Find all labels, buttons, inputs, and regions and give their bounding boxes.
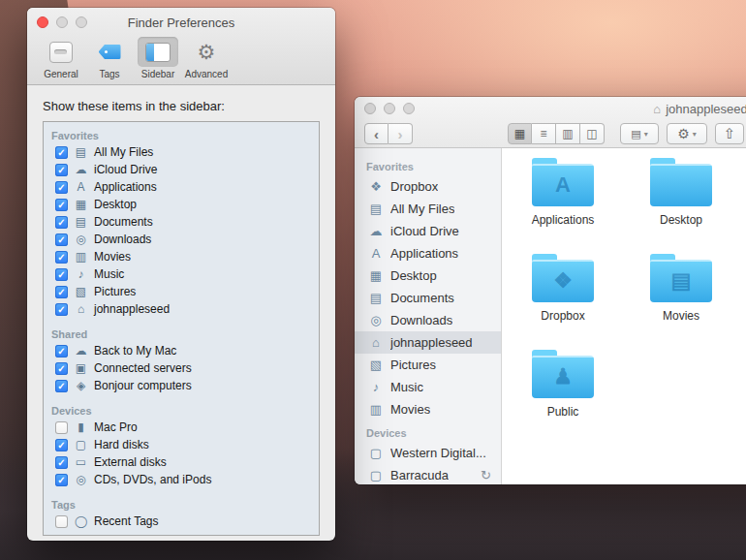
pref-item-johnappleseed: ✓⌂johnappleseed — [44, 300, 319, 318]
server-icon: ▣ — [74, 361, 88, 375]
pref-item-cds-dvds-and-ipods: ✓◎CDs, DVDs, and iPods — [44, 471, 319, 488]
sidebar-item-johnappleseed[interactable]: ⌂johnappleseed — [355, 331, 501, 354]
action-menu-button[interactable]: ⚙▾ — [667, 123, 707, 144]
prefs-titlebar[interactable]: Finder Preferences — [27, 8, 335, 37]
view-button-coverflow-view[interactable]: ◫ — [580, 123, 605, 144]
sidebar-item-downloads[interactable]: ◎Downloads — [355, 309, 501, 331]
checkbox-icloud-drive[interactable]: ✓ — [55, 164, 68, 176]
prefs-body: Show these items in the sidebar: Favorit… — [27, 85, 335, 536]
folder-public[interactable]: ♟Public — [504, 346, 622, 419]
checkbox-music[interactable]: ✓ — [55, 268, 68, 281]
checkbox-recent-tags[interactable] — [55, 515, 68, 528]
checkbox-connected-servers[interactable]: ✓ — [55, 362, 68, 375]
applications-icon: A — [74, 180, 88, 194]
section-header-shared: Shared — [44, 327, 319, 342]
folder-desktop[interactable]: Desktop — [622, 154, 740, 227]
sidebar-item-western-digital[interactable]: ▢Western Digital... — [355, 442, 501, 464]
finder-window-title: johnappleseed — [666, 102, 746, 116]
checkbox-mac-pro[interactable] — [55, 421, 68, 434]
checkbox-johnappleseed[interactable]: ✓ — [55, 303, 68, 316]
external-disk-icon: ▭ — [74, 455, 88, 469]
zoom-button[interactable] — [76, 16, 87, 28]
checkbox-pictures[interactable]: ✓ — [55, 286, 68, 298]
sidebar-item-documents[interactable]: ▤Documents — [355, 287, 501, 309]
folder-dropbox[interactable]: ❖Dropbox — [504, 250, 622, 323]
pref-item-recent-tags: ◯Recent Tags — [44, 513, 319, 530]
checkbox-back-to-my-mac[interactable]: ✓ — [55, 345, 68, 358]
sidebar-item-label: johnappleseed — [390, 335, 473, 350]
prefs-tab-sidebar[interactable]: Sidebar — [136, 37, 180, 79]
sidebar-item-all-my-files[interactable]: ▤All My Files — [355, 198, 501, 220]
folder-icon: ♟ — [532, 356, 594, 398]
person-emblem: ♟ — [553, 364, 573, 389]
pref-item-label: Movies — [94, 250, 131, 264]
checkbox-hard-disks[interactable]: ✓ — [55, 439, 68, 451]
prefs-tab-tags[interactable]: Tags — [87, 37, 132, 79]
checkbox-desktop[interactable]: ✓ — [55, 199, 68, 211]
sidebar-item-label: Downloads — [390, 313, 452, 327]
checkbox-movies[interactable]: ✓ — [55, 251, 68, 264]
sidebar-items-heading: Show these items in the sidebar: — [43, 99, 320, 113]
sidebar-item-label: Documents — [390, 291, 454, 305]
pref-item-label: iCloud Drive — [94, 163, 157, 176]
sidebar-item-applications[interactable]: AApplications — [355, 242, 501, 264]
checkbox-external-disks[interactable]: ✓ — [55, 456, 68, 469]
sidebar-item-barracuda[interactable]: ▢Barracuda↻ — [355, 464, 501, 484]
finder-window-chrome: ⌂ johnappleseed ‹›▦≡▥◫▤▾⚙▾⇧ — [355, 97, 746, 148]
sync-icon: ↻ — [481, 468, 491, 482]
checkbox-downloads[interactable]: ✓ — [55, 233, 68, 246]
checkbox-cds-dvds-and-ipods[interactable]: ✓ — [55, 474, 68, 486]
pref-item-label: Downloads — [94, 233, 151, 246]
sidebar-item-dropbox[interactable]: ❖Dropbox — [355, 175, 501, 198]
pref-item-label: Applications — [94, 180, 157, 194]
back-button[interactable]: ‹ — [364, 123, 389, 144]
desktop-icon: ▦ — [74, 198, 88, 211]
checkbox-all-my-files[interactable]: ✓ — [55, 146, 68, 159]
all-my-files-icon: ▤ — [74, 145, 88, 159]
movies-icon: ▥ — [74, 250, 88, 264]
minimize-button[interactable] — [384, 103, 395, 114]
sidebar-item-music[interactable]: ♪Music — [355, 376, 501, 398]
tags-icon — [99, 45, 121, 59]
prefs-tab-general[interactable]: General — [39, 37, 83, 79]
sidebar-item-icloud-drive[interactable]: ☁iCloud Drive — [355, 220, 501, 242]
minimize-button[interactable] — [56, 16, 68, 28]
recent-tags-icon: ◯ — [74, 514, 88, 528]
finder-preferences-window: Finder Preferences GeneralTagsSidebar⚙Ad… — [27, 8, 335, 541]
view-button-column-view[interactable]: ▥ — [556, 123, 580, 144]
zoom-button[interactable] — [403, 103, 415, 114]
home-icon: ⌂ — [368, 335, 384, 350]
pref-item-external-disks: ✓▭External disks — [44, 453, 319, 471]
sidebar-item-movies[interactable]: ▥Movies — [355, 398, 501, 420]
arrange-button[interactable]: ▤▾ — [620, 123, 659, 144]
chevron-down-icon: ▾ — [693, 130, 697, 139]
sidebar-item-pictures[interactable]: ▧Pictures — [355, 354, 501, 376]
prefs-window-title: Finder Preferences — [128, 16, 235, 30]
forward-button[interactable]: › — [389, 123, 413, 144]
pref-item-movies: ✓▥Movies — [44, 248, 319, 265]
share-button[interactable]: ⇧ — [715, 123, 744, 144]
view-mode-segmented-control: ▦≡▥◫ — [508, 123, 605, 144]
checkbox-applications[interactable]: ✓ — [55, 181, 68, 194]
close-button[interactable] — [364, 103, 376, 114]
checkbox-bonjour-computers[interactable]: ✓ — [55, 380, 68, 392]
folder-movies[interactable]: ▤Movies — [622, 250, 740, 323]
folder-applications[interactable]: AApplications — [504, 154, 622, 227]
view-button-list-view[interactable]: ≡ — [532, 123, 556, 144]
finder-sidebar: Favorites❖Dropbox▤All My Files☁iCloud Dr… — [355, 148, 502, 484]
close-button[interactable] — [37, 16, 48, 28]
disk-icon: ▢ — [368, 446, 384, 460]
checkbox-documents[interactable]: ✓ — [55, 216, 68, 229]
prefs-toolbar: GeneralTagsSidebar⚙Advanced — [27, 37, 335, 84]
sidebar-item-desktop[interactable]: ▦Desktop — [355, 264, 501, 287]
view-button-grid-view[interactable]: ▦ — [508, 123, 532, 144]
all-my-files-icon: ▤ — [368, 202, 384, 216]
pref-item-documents: ✓▤Documents — [44, 213, 319, 231]
pref-item-hard-disks: ✓▢Hard disks — [44, 436, 319, 453]
cd-icon: ◎ — [74, 473, 88, 486]
finder-titlebar[interactable]: ⌂ johnappleseed — [355, 97, 746, 120]
sidebar-items-listbox: Favorites✓▤All My Files✓☁iCloud Drive✓AA… — [43, 121, 320, 536]
pref-item-label: Desktop — [94, 198, 137, 211]
dropbox-emblem: ❖ — [553, 268, 573, 294]
prefs-tab-advanced[interactable]: ⚙Advanced — [184, 37, 229, 79]
